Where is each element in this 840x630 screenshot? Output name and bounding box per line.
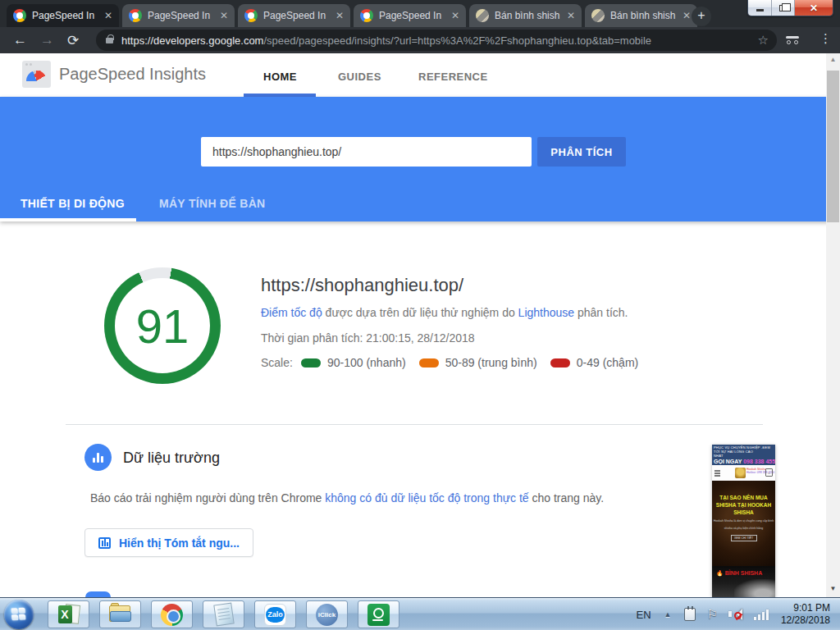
thumb-logo-icon bbox=[735, 468, 746, 478]
taskbar-excel-button[interactable]: X bbox=[48, 600, 89, 628]
browser-tab-5[interactable]: Bán bình shish ✕ bbox=[469, 4, 582, 27]
tab-close-icon[interactable]: ✕ bbox=[567, 10, 575, 21]
taskbar-iclick-button[interactable]: iClick bbox=[306, 600, 348, 628]
reload-icon[interactable]: ⟳ bbox=[67, 32, 79, 49]
show-hidden-icons-chevron[interactable]: ▲ bbox=[664, 610, 672, 619]
show-summary-label: Hiển thị Tóm tắt ngu... bbox=[119, 536, 240, 550]
result-description: Điểm tốc độ được dựa trên dữ liệu thử ng… bbox=[261, 306, 628, 319]
taskbar-search-button[interactable] bbox=[358, 600, 399, 628]
tab-label: Bán bình shish bbox=[495, 10, 564, 21]
analyze-hero-section: PHÂN TÍCH THIẾT BỊ DI ĐỘNG MÁY TÍNH ĐỂ B… bbox=[0, 97, 840, 221]
bookmark-star-icon[interactable]: ☆ bbox=[758, 33, 769, 48]
thumb-cart-icon: ⌂ bbox=[765, 468, 773, 477]
pagespeed-favicon-icon bbox=[244, 9, 258, 22]
tray-clock[interactable]: 9:01 PM 12/28/2018 bbox=[781, 602, 830, 627]
clock-time: 9:01 PM bbox=[781, 602, 830, 614]
thumb-section: 🔥 BÌNH SHISHA bbox=[712, 566, 775, 597]
thumb-topbar: PHỤC VỤ CHUYÊN NGHIỆP -ĐEM TỚI SỰ HÀI LÒ… bbox=[712, 445, 775, 465]
scrollbar-thumb[interactable] bbox=[827, 71, 839, 222]
explorer-folder-icon bbox=[109, 605, 132, 623]
lighthouse-link[interactable]: Lighthouse bbox=[518, 306, 575, 319]
close-icon: ✕ bbox=[810, 2, 818, 14]
minimize-button[interactable] bbox=[748, 0, 772, 16]
chrome-icon bbox=[161, 604, 183, 626]
language-indicator[interactable]: EN bbox=[637, 609, 651, 621]
speed-score-ring: 91 bbox=[104, 267, 221, 384]
app-title: PageSpeed Insights bbox=[59, 65, 206, 84]
browser-menu-icon[interactable]: ⋮ bbox=[819, 31, 832, 46]
secure-padlock-icon bbox=[106, 38, 113, 43]
thumb-detail-button: XEM CHI TIẾT bbox=[731, 535, 757, 541]
scrollbar-down-icon[interactable]: ▼ bbox=[826, 582, 840, 596]
signal-bars-icon[interactable] bbox=[754, 608, 770, 621]
page-url-text[interactable]: https://developers.google.com/speed/page… bbox=[121, 34, 751, 47]
flag-icon[interactable]: ⚐ bbox=[706, 607, 717, 622]
tab-close-icon[interactable]: ✕ bbox=[220, 10, 228, 21]
thumb-menu-icon bbox=[714, 470, 720, 472]
tab-close-icon[interactable]: ✕ bbox=[336, 10, 344, 21]
taskbar-explorer-button[interactable] bbox=[99, 600, 141, 628]
extension-icon[interactable] bbox=[786, 36, 799, 46]
tab-close-icon[interactable]: ✕ bbox=[682, 10, 691, 21]
scale-average-label: 50-89 (trung bình) bbox=[445, 356, 537, 369]
address-bar[interactable]: https://developers.google.com/speed/page… bbox=[96, 30, 777, 51]
speaker-muted-icon[interactable] bbox=[728, 608, 743, 621]
browser-tab-3[interactable]: PageSpeed In ✕ bbox=[238, 4, 350, 27]
browser-toolbar: ← → ⟳ https://developers.google.com/spee… bbox=[0, 27, 840, 53]
plug-icon[interactable] bbox=[684, 608, 696, 621]
restore-button[interactable] bbox=[772, 0, 795, 16]
pagespeed-logo-icon bbox=[22, 61, 51, 88]
site-photo-favicon-icon bbox=[591, 9, 605, 22]
show-summary-button[interactable]: Hiển thị Tóm tắt ngu... bbox=[84, 528, 253, 557]
pagespeed-favicon-icon bbox=[129, 9, 142, 22]
excel-icon: X bbox=[58, 604, 80, 625]
active-device-tab-underline bbox=[0, 218, 136, 221]
windows-taskbar: X Zalo iClick EN ▲ ⚐ 9:01 PM 12/28/2018 bbox=[0, 597, 840, 630]
thumb-hero: TẠI SAO NÊN MUA SHISHA TẠI HOOKAH SHISHA… bbox=[712, 481, 775, 566]
zalo-icon: Zalo bbox=[264, 604, 286, 626]
forward-icon[interactable]: → bbox=[40, 32, 54, 48]
tab-close-icon[interactable]: ✕ bbox=[451, 10, 459, 21]
pagespeed-header: PageSpeed Insights HOME GUIDES REFERENCE bbox=[0, 53, 840, 97]
score-scale-legend: Scale: 90-100 (nhanh) 50-89 (trung bình)… bbox=[261, 356, 638, 369]
speed-score-value: 91 bbox=[136, 299, 189, 354]
tab-label: PageSpeed In bbox=[32, 10, 101, 21]
insufficient-data-link[interactable]: không có đủ dữ liệu tốc độ trong thực tế bbox=[325, 491, 528, 504]
system-tray: EN ▲ ⚐ 9:01 PM 12/28/2018 bbox=[637, 598, 839, 630]
taskbar-chrome-button[interactable] bbox=[151, 600, 193, 628]
tab-mobile[interactable]: THIẾT BỊ DI ĐỘNG bbox=[21, 197, 125, 210]
scale-slow-pill-icon bbox=[550, 358, 570, 368]
scale-label: Scale: bbox=[261, 356, 293, 369]
browser-tab-strip: PageSpeed In ✕ PageSpeed In ✕ PageSpeed … bbox=[0, 0, 840, 27]
close-window-button[interactable]: ✕ bbox=[795, 0, 833, 16]
start-button[interactable] bbox=[4, 600, 34, 629]
nav-reference[interactable]: REFERENCE bbox=[418, 71, 488, 83]
analyze-button[interactable]: PHÂN TÍCH bbox=[537, 137, 626, 167]
speed-score-link[interactable]: Điểm tốc độ bbox=[261, 306, 322, 319]
browser-tab-2[interactable]: PageSpeed In ✕ bbox=[122, 4, 235, 27]
notepad-icon bbox=[213, 603, 234, 627]
nav-guides[interactable]: GUIDES bbox=[338, 71, 381, 83]
browser-tab-6[interactable]: Bán bình shish ✕ bbox=[585, 4, 697, 27]
iclick-icon: iClick bbox=[316, 604, 338, 626]
tab-close-icon[interactable]: ✕ bbox=[104, 10, 112, 21]
browser-tab-4[interactable]: PageSpeed In ✕ bbox=[354, 4, 466, 27]
restore-icon bbox=[779, 5, 787, 11]
tab-desktop[interactable]: MÁY TÍNH ĐỂ BÀN bbox=[159, 197, 265, 210]
back-icon[interactable]: ← bbox=[13, 32, 27, 48]
page-scrollbar[interactable]: ▲ ▼ bbox=[826, 53, 840, 597]
scrollbar-up-icon[interactable]: ▲ bbox=[826, 53, 840, 66]
tab-label: PageSpeed In bbox=[263, 10, 332, 21]
nav-home[interactable]: HOME bbox=[263, 71, 297, 83]
analyze-url-input[interactable] bbox=[201, 137, 532, 167]
page-screenshot-thumbnail[interactable]: PHỤC VỤ CHUYÊN NGHIỆP -ĐEM TỚI SỰ HÀI LÒ… bbox=[712, 445, 775, 597]
browser-tab-1[interactable]: PageSpeed In ✕ bbox=[7, 4, 119, 27]
new-tab-button[interactable]: + bbox=[692, 7, 711, 26]
window-controls: ✕ bbox=[747, 0, 833, 16]
tab-label: PageSpeed In bbox=[379, 10, 448, 21]
taskbar-notepad-button[interactable] bbox=[203, 600, 244, 628]
scale-fast-label: 90-100 (nhanh) bbox=[327, 356, 406, 369]
taskbar-zalo-button[interactable]: Zalo bbox=[254, 600, 296, 628]
site-photo-favicon-icon bbox=[476, 9, 489, 22]
scale-fast-pill-icon bbox=[301, 358, 321, 368]
